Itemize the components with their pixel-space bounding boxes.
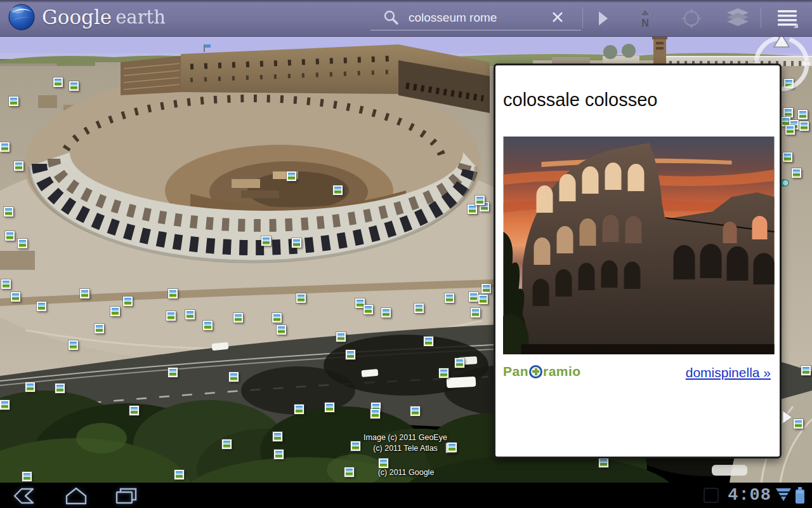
photo-marker[interactable] xyxy=(80,289,89,298)
photo-marker[interactable] xyxy=(203,321,213,330)
photo-marker[interactable] xyxy=(287,171,296,181)
attribution-line: Image (c) 2011 GeoEye xyxy=(363,433,447,442)
clear-search-icon[interactable] xyxy=(552,11,563,23)
photo-marker[interactable] xyxy=(599,458,608,467)
photo-marker[interactable] xyxy=(261,236,271,246)
photo-marker[interactable] xyxy=(475,196,485,205)
place-photo[interactable] xyxy=(503,137,775,354)
photo-marker[interactable] xyxy=(363,305,373,314)
photo-marker[interactable] xyxy=(424,337,433,346)
toolbar-divider xyxy=(761,8,761,28)
photo-marker[interactable] xyxy=(277,325,286,335)
photo-marker[interactable] xyxy=(69,340,78,350)
photo-marker[interactable] xyxy=(370,409,380,418)
back-button[interactable] xyxy=(11,486,37,505)
search-icon xyxy=(383,10,400,26)
photo-marker[interactable] xyxy=(455,358,464,368)
photo-marker[interactable] xyxy=(233,313,243,323)
photo-marker[interactable] xyxy=(292,238,301,248)
top-bar: Google earth N xyxy=(0,0,812,37)
photo-marker[interactable] xyxy=(792,168,801,178)
home-button[interactable] xyxy=(63,486,89,505)
photo-marker[interactable] xyxy=(11,292,20,302)
google-earth-logo: Google earth xyxy=(8,3,166,31)
search-underline xyxy=(370,30,581,30)
photo-marker[interactable] xyxy=(0,142,10,152)
photo-marker[interactable] xyxy=(174,470,184,479)
photo-marker[interactable] xyxy=(274,450,284,459)
battery-icon xyxy=(794,486,806,505)
photo-marker[interactable] xyxy=(222,439,232,449)
photo-marker[interactable] xyxy=(25,382,35,392)
photo-marker[interactable] xyxy=(794,419,803,429)
photo-marker[interactable] xyxy=(798,110,808,119)
search-input[interactable] xyxy=(407,8,537,27)
photo-marker[interactable] xyxy=(445,293,454,303)
status-clock[interactable]: 4:08 xyxy=(728,486,771,505)
photo-marker[interactable] xyxy=(296,293,306,303)
photo-marker[interactable] xyxy=(9,97,18,106)
photo-marker[interactable] xyxy=(168,368,178,377)
photo-marker[interactable] xyxy=(18,239,27,248)
photo-marker[interactable] xyxy=(471,308,480,318)
photo-marker[interactable] xyxy=(333,185,343,195)
photo-marker[interactable] xyxy=(447,443,457,452)
photo-marker[interactable] xyxy=(185,310,195,319)
photo-marker[interactable] xyxy=(379,458,388,468)
photo-marker[interactable] xyxy=(468,204,477,214)
photo-marker[interactable] xyxy=(783,108,793,117)
photo-author-link[interactable]: domispinella » xyxy=(686,365,771,380)
photo-marker[interactable] xyxy=(783,152,792,162)
photo-marker[interactable] xyxy=(37,302,46,311)
panoramio-logo-text: Pan xyxy=(503,364,528,379)
menu-button[interactable] xyxy=(775,0,801,36)
photo-marker[interactable] xyxy=(14,161,23,171)
system-bar: 4:08 xyxy=(0,483,812,508)
photo-marker[interactable] xyxy=(272,313,282,323)
my-location-button[interactable] xyxy=(681,0,702,36)
layers-button[interactable] xyxy=(726,0,749,36)
photo-marker[interactable] xyxy=(53,77,63,87)
photo-marker[interactable] xyxy=(0,400,10,410)
photo-marker[interactable] xyxy=(481,284,491,293)
notification-icon[interactable] xyxy=(704,488,719,503)
photo-marker[interactable] xyxy=(168,289,178,298)
photo-marker[interactable] xyxy=(325,403,334,412)
compass-north-button[interactable]: N xyxy=(635,0,655,36)
photo-marker[interactable] xyxy=(1,279,11,289)
photo-marker[interactable] xyxy=(381,308,391,318)
recent-apps-button[interactable] xyxy=(114,486,140,505)
photo-marker[interactable] xyxy=(351,441,360,451)
photo-marker[interactable] xyxy=(478,295,488,304)
photo-marker[interactable] xyxy=(123,297,133,306)
photo-marker[interactable] xyxy=(785,125,795,135)
next-result-arrow[interactable] xyxy=(782,410,794,424)
photo-marker[interactable] xyxy=(273,432,282,441)
photo-marker[interactable] xyxy=(4,207,13,217)
photo-marker[interactable] xyxy=(5,231,15,241)
photo-marker[interactable] xyxy=(799,121,809,131)
photo-marker[interactable] xyxy=(336,332,346,342)
photo-marker[interactable] xyxy=(22,472,32,481)
photo-marker[interactable] xyxy=(469,292,478,302)
photo-marker[interactable] xyxy=(346,350,355,359)
place-title: colossale colosseo xyxy=(503,90,657,110)
fly-to-button[interactable] xyxy=(593,0,613,36)
photo-marker[interactable] xyxy=(129,406,139,415)
logo-text-earth: earth xyxy=(115,6,166,28)
photo-marker[interactable] xyxy=(439,368,449,378)
photo-marker[interactable] xyxy=(55,384,65,393)
search-box[interactable] xyxy=(370,5,581,30)
photo-marker[interactable] xyxy=(166,311,176,321)
photo-marker[interactable] xyxy=(414,304,424,313)
photo-marker[interactable] xyxy=(69,81,79,91)
photo-marker[interactable] xyxy=(344,467,354,477)
photo-marker[interactable] xyxy=(801,366,811,375)
photo-marker[interactable] xyxy=(294,404,304,414)
signal-icon xyxy=(775,487,792,504)
photo-marker[interactable] xyxy=(110,307,120,316)
place-info-balloon[interactable]: colossale colosseo xyxy=(494,64,782,458)
photo-marker[interactable] xyxy=(410,406,420,416)
photo-marker[interactable] xyxy=(229,372,239,382)
photo-marker[interactable] xyxy=(95,324,104,333)
